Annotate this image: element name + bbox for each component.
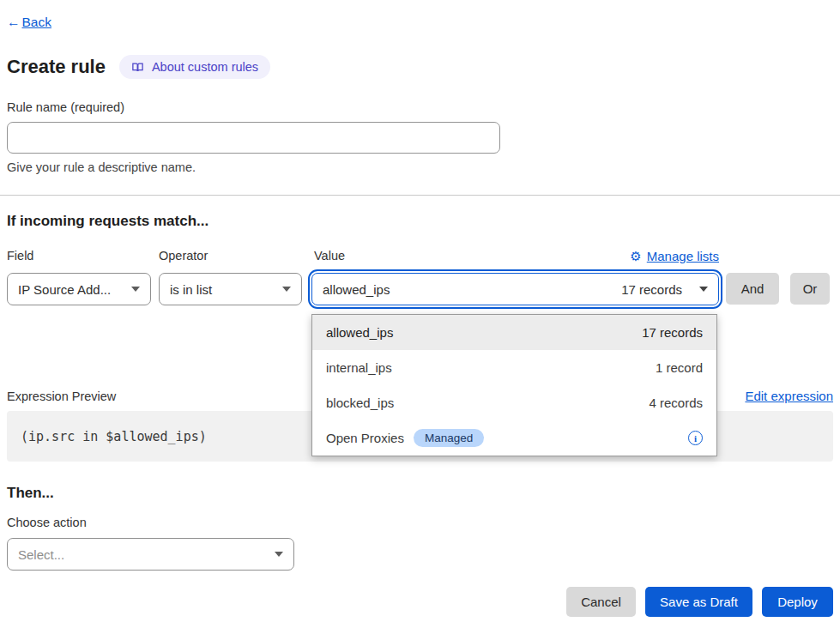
about-custom-rules-link[interactable]: About custom rules (119, 55, 270, 79)
info-icon[interactable]: i (688, 431, 703, 445)
value-select[interactable]: allowed_ips 17 records (311, 273, 719, 305)
list-item-name: blocked_ips (326, 395, 394, 410)
value-select-value: allowed_ips (323, 282, 390, 297)
gear-icon: ⚙ (630, 250, 641, 263)
or-button[interactable]: Or (790, 273, 830, 305)
list-item-meta: 1 record (656, 360, 703, 375)
list-item-name: allowed_ips (326, 325, 393, 340)
about-custom-rules-label: About custom rules (152, 60, 258, 74)
match-heading: If incoming requests match... (7, 213, 208, 230)
action-select-placeholder: Select... (18, 547, 64, 562)
field-select-value: IP Source Add... (18, 282, 111, 297)
value-dropdown-menu: allowed_ips 17 records internal_ips 1 re… (311, 314, 717, 456)
list-item-name: internal_ips (326, 360, 392, 375)
edit-expression-link[interactable]: Edit expression (745, 389, 833, 403)
managed-badge: Managed (414, 429, 484, 447)
choose-action-label: Choose action (7, 516, 87, 529)
operator-label: Operator (159, 249, 208, 263)
save-as-draft-button[interactable]: Save as Draft (645, 587, 752, 617)
list-item-blocked-ips[interactable]: blocked_ips 4 records (312, 385, 716, 420)
chevron-down-icon (275, 552, 283, 557)
list-item-name: Open Proxies (326, 431, 404, 445)
chevron-down-icon (699, 287, 708, 292)
create-rule-page: ←Back Create rule About custom rules Rul… (0, 0, 840, 634)
and-button[interactable]: And (726, 273, 779, 305)
operator-select[interactable]: is in list (159, 273, 302, 305)
operator-select-value: is in list (170, 282, 212, 297)
field-label: Field (7, 249, 33, 263)
action-select[interactable]: Select... (7, 538, 294, 571)
back-label: Back (22, 15, 51, 30)
book-icon (131, 61, 144, 74)
cancel-button[interactable]: Cancel (566, 587, 636, 617)
then-heading: Then... (7, 485, 54, 502)
field-select[interactable]: IP Source Add... (7, 273, 151, 305)
expression-preview-label: Expression Preview (7, 389, 116, 403)
rule-name-helper: Give your rule a descriptive name. (7, 160, 196, 174)
expression-code: (ip.src in $allowed_ips) (21, 429, 207, 444)
page-title: Create rule (7, 56, 106, 78)
back-link[interactable]: ←Back (7, 15, 51, 30)
list-item-meta: 17 records (642, 325, 703, 340)
back-arrow-icon: ← (7, 15, 21, 30)
chevron-down-icon (131, 287, 140, 292)
value-label: Value (314, 249, 345, 263)
manage-lists-link[interactable]: ⚙ Manage lists (630, 249, 719, 263)
list-item-open-proxies[interactable]: Open Proxies Managed i (312, 420, 716, 456)
list-item-allowed-ips[interactable]: allowed_ips 17 records (312, 315, 716, 350)
rule-name-label: Rule name (required) (7, 100, 124, 114)
rule-name-input[interactable] (7, 122, 500, 154)
deploy-button[interactable]: Deploy (762, 587, 833, 617)
chevron-down-icon (282, 287, 291, 292)
manage-lists-label: Manage lists (647, 249, 719, 263)
list-item-internal-ips[interactable]: internal_ips 1 record (312, 350, 716, 385)
section-divider (0, 195, 840, 196)
title-row: Create rule About custom rules (7, 55, 270, 79)
list-item-meta: 4 records (649, 395, 703, 410)
value-select-meta: 17 records (621, 282, 682, 297)
